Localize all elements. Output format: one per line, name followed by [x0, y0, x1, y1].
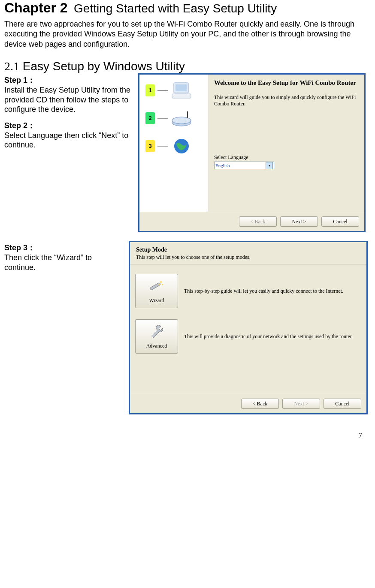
advanced-button[interactable]: Advanced — [135, 319, 178, 354]
welcome-title: Welcome to the Easy Setup for WiFi Combo… — [214, 79, 358, 87]
chapter-number: Chapter 2 — [4, 0, 68, 15]
step1-text: Install the Easy Setup Utility from the … — [4, 85, 133, 114]
language-value: English — [215, 163, 230, 168]
setup-mode-subtitle: This step will let you to choose one of … — [136, 254, 360, 261]
svg-rect-1 — [175, 84, 187, 91]
step2-label: Step 2： — [4, 120, 133, 131]
setup-mode-title: Setup Mode — [136, 246, 360, 253]
back-button[interactable]: < Back — [241, 399, 279, 409]
svg-point-10 — [159, 284, 160, 285]
globe-icon — [169, 136, 193, 156]
cancel-button[interactable]: Cancel — [321, 216, 359, 227]
wizard-button-label: Wizard — [149, 297, 164, 304]
next-button[interactable]: Next > — [280, 216, 318, 227]
step-badge-2: 2 — [145, 112, 155, 124]
svg-point-8 — [160, 281, 162, 283]
section-heading: 2.1 Easy Setup by Windows Utility — [4, 60, 371, 73]
svg-rect-2 — [172, 94, 191, 98]
connector-icon — [157, 90, 168, 91]
welcome-description: This wizard will guide you to simply and… — [214, 94, 358, 107]
language-label: Select Language: — [214, 154, 358, 161]
welcome-dialog: 1 2 — [138, 73, 366, 232]
connector-icon — [157, 118, 168, 119]
step-badge-3: 3 — [145, 140, 155, 152]
setup-mode-dialog: Setup Mode This step will let you to cho… — [129, 241, 368, 414]
language-select[interactable]: English ▾ — [214, 162, 274, 169]
router-icon — [169, 108, 193, 128]
wand-icon — [148, 279, 165, 296]
back-button: < Back — [239, 216, 277, 227]
page-number: 7 — [4, 414, 371, 444]
svg-rect-7 — [150, 282, 161, 290]
wizard-description: This step-by-step guide will let you eas… — [184, 288, 361, 294]
step-badge-1: 1 — [145, 84, 155, 96]
chapter-title: Getting Started with Easy Setup Utility — [74, 2, 277, 15]
wizard-button[interactable]: Wizard — [135, 274, 178, 308]
svg-point-9 — [162, 284, 163, 285]
svg-point-4 — [172, 117, 191, 124]
computer-icon — [169, 81, 193, 100]
wizard-steps-strip: 1 2 — [139, 75, 208, 212]
step3-label: Step 3： — [4, 243, 124, 253]
intro-paragraph: There are two approaches for you to set … — [4, 19, 371, 49]
step2-text: Select Language then click “Next” to con… — [4, 131, 133, 150]
advanced-description: This will provide a diagnostic of your n… — [184, 333, 361, 340]
step3-text: Then click the “Wizard” to continue. — [4, 253, 124, 272]
advanced-button-label: Advanced — [146, 343, 167, 349]
wrench-icon — [148, 324, 165, 341]
next-button: Next > — [282, 399, 320, 409]
cancel-button[interactable]: Cancel — [324, 399, 361, 409]
step1-label: Step 1： — [4, 75, 133, 85]
connector-icon — [157, 146, 168, 147]
section-title: Easy Setup by Windows Utility — [23, 60, 185, 73]
section-number: 2.1 — [4, 60, 19, 73]
chapter-heading: Chapter 2 Getting Started with Easy Setu… — [4, 0, 371, 16]
chevron-down-icon: ▾ — [266, 162, 273, 169]
